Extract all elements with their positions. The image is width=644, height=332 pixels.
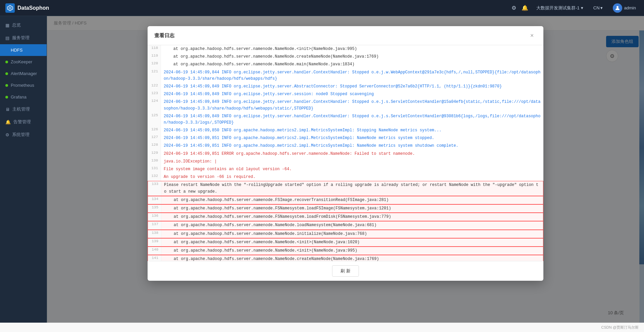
- log-line-content: at org.apache.hadoop.hdfs.server.namenod…: [161, 247, 543, 255]
- log-row: 1242024-06-19 14:45:09,849 INFO org.ecli…: [148, 98, 543, 112]
- sidebar-item-prometheus[interactable]: Prometheus: [0, 79, 47, 91]
- app-name: DataSophon: [17, 5, 49, 11]
- sidebar-item-label: 主机管理: [12, 106, 30, 112]
- sidebar-item-label: AlertManager: [11, 71, 37, 76]
- log-line-number: 130: [148, 158, 161, 165]
- sidebar-item-alertmanager[interactable]: AlertManager: [0, 68, 47, 79]
- svg-point-2: [616, 6, 619, 8]
- log-row: 137 at org.apache.hadoop.hdfs.server.nam…: [148, 221, 543, 229]
- log-line-content: 2024-06-19 14:45:09,849 INFO org.eclipse…: [161, 83, 543, 90]
- user-menu[interactable]: admin: [610, 2, 639, 14]
- log-line-content: An upgrade to version -66 is required.: [161, 173, 543, 181]
- log-line-content: at org.apache.hadoop.hdfs.server.namenod…: [161, 205, 543, 212]
- log-row: 119 at org.apache.hadoop.hdfs.server.nam…: [148, 53, 543, 61]
- log-row: 118 at org.apache.hadoop.hdfs.server.nam…: [148, 45, 543, 53]
- log-row: 138 at org.apache.hadoop.hdfs.server.nam…: [148, 230, 543, 238]
- log-line-number: 133: [148, 181, 161, 195]
- log-row: 139 at org.apache.hadoop.hdfs.server.nam…: [148, 238, 543, 247]
- log-row: 1292024-06-19 14:45:09,851 ERROR org.apa…: [148, 150, 543, 158]
- lang-dropdown-icon: ▾: [600, 5, 603, 10]
- sidebar-item-label: Prometheus: [11, 83, 34, 88]
- content-area: 服务管理 / HDFS 添加角色组 ⚙ 10 条/页 查看日志 ×: [47, 16, 644, 323]
- log-line-number: 131: [148, 165, 161, 173]
- sidebar-item-overview[interactable]: ▦ 总览: [0, 19, 47, 31]
- sidebar-item-grafana[interactable]: Grafana: [0, 91, 47, 103]
- log-line-number: 120: [148, 61, 161, 68]
- sidebar-item-label: 系统管理: [12, 132, 30, 138]
- bell-icon[interactable]: 🔔: [522, 5, 528, 11]
- svg-marker-1: [8, 6, 12, 10]
- log-line-content: java.io.IOException: |: [161, 158, 543, 165]
- grafana-status-dot: [5, 96, 8, 98]
- log-row: 1282024-06-19 14:45:09,851 INFO org.apac…: [148, 142, 543, 150]
- modal-overlay: 查看日志 × 118 at org.apache.hadoop.hdfs.ser…: [47, 16, 644, 323]
- sidebar-item-hdfs[interactable]: HDFS: [0, 44, 47, 56]
- modal-close-button[interactable]: ×: [527, 31, 537, 40]
- log-line-number: 138: [148, 230, 161, 238]
- log-line-content: at org.apache.hadoop.hdfs.server.namenod…: [161, 196, 543, 204]
- modal-body[interactable]: 118 at org.apache.hadoop.hdfs.server.nam…: [148, 45, 543, 261]
- prom-status-dot: [5, 84, 8, 87]
- footer-text: CSDN @贾斯汀马尔斯: [601, 325, 639, 330]
- log-container: 118 at org.apache.hadoop.hdfs.server.nam…: [148, 45, 543, 261]
- sidebar-item-sys-mgmt[interactable]: ⚙ 系统管理: [0, 128, 47, 141]
- settings-icon[interactable]: ⚙: [512, 5, 516, 11]
- log-line-content: at org.apache.hadoop.hdfs.server.namenod…: [161, 45, 543, 53]
- header-right: ⚙ 🔔 大数据开发测试集群-1 ▾ CN ▾ admin: [512, 2, 639, 14]
- log-line-number: 135: [148, 205, 161, 212]
- logo: DataSophon: [5, 3, 49, 13]
- sidebar-item-label: 总览: [12, 22, 21, 28]
- log-row: 1272024-06-19 14:45:09,851 INFO org.apac…: [148, 134, 543, 142]
- log-row: 136 at org.apache.hadoop.hdfs.server.nam…: [148, 213, 543, 221]
- cluster-name-text: 大数据开发测试集群-1: [536, 5, 580, 11]
- log-line-number: 121: [148, 69, 161, 83]
- sidebar-item-label: 告警管理: [13, 119, 31, 125]
- sys-icon: ⚙: [5, 132, 9, 137]
- log-line-content: at org.apache.hadoop.hdfs.server.namenod…: [161, 53, 543, 61]
- log-line-number: 122: [148, 83, 161, 90]
- sidebar-item-label: 服务管理: [12, 35, 30, 41]
- log-line-number: 132: [148, 173, 161, 181]
- log-line-number: 140: [148, 247, 161, 255]
- log-row: 120 at org.apache.hadoop.hdfs.server.nam…: [148, 61, 543, 68]
- modal-title: 查看日志: [154, 32, 174, 39]
- log-line-content: at org.apache.hadoop.hdfs.server.namenod…: [161, 221, 543, 229]
- log-modal: 查看日志 × 118 at org.apache.hadoop.hdfs.ser…: [148, 26, 543, 281]
- log-line-number: 126: [148, 127, 161, 134]
- refresh-button[interactable]: 刷 新: [332, 265, 359, 277]
- sidebar-item-service-mgmt[interactable]: ▤ 服务管理: [0, 31, 47, 44]
- host-icon: 🖥: [5, 107, 10, 112]
- service-icon: ▤: [5, 36, 9, 41]
- log-line-content: 2024-06-19 14:45:09,851 ERROR org.apache…: [161, 150, 543, 158]
- language-switch[interactable]: CN ▾: [591, 4, 605, 12]
- log-row: 131File system image contains an old lay…: [148, 165, 543, 173]
- log-line-content: 2024-06-19 14:45:09,851 INFO org.apache.…: [161, 134, 543, 142]
- sidebar-item-zookeeper[interactable]: ZooKeeper: [0, 56, 47, 68]
- am-status-dot: [5, 72, 8, 75]
- sidebar: ▦ 总览 ▤ 服务管理 HDFS ZooKeeper AlertManager …: [0, 16, 47, 323]
- log-line-number: 134: [148, 196, 161, 204]
- log-line-number: 125: [148, 113, 161, 127]
- log-row: 1262024-06-19 14:45:09,850 INFO org.apac…: [148, 127, 543, 134]
- main-layout: ▦ 总览 ▤ 服务管理 HDFS ZooKeeper AlertManager …: [0, 16, 644, 323]
- cluster-selector[interactable]: 大数据开发测试集群-1 ▾: [534, 4, 586, 12]
- log-line-content: 2024-06-19 14:45:09,850 INFO org.apache.…: [161, 127, 543, 134]
- log-line-number: 139: [148, 239, 161, 246]
- modal-footer: 刷 新: [148, 261, 543, 281]
- username: admin: [624, 5, 636, 10]
- log-line-number: 119: [148, 53, 161, 61]
- sidebar-item-host-mgmt[interactable]: 🖥 主机管理: [0, 103, 47, 116]
- log-line-number: 128: [148, 142, 161, 150]
- log-line-number: 123: [148, 90, 161, 98]
- log-row: 1222024-06-19 14:45:09,849 INFO org.ecli…: [148, 83, 543, 90]
- log-line-content: at org.apache.hadoop.hdfs.server.namenod…: [161, 213, 543, 221]
- log-row: 135 at org.apache.hadoop.hdfs.server.nam…: [148, 204, 543, 213]
- top-header: DataSophon ⚙ 🔔 大数据开发测试集群-1 ▾ CN ▾ admin: [0, 0, 644, 16]
- sidebar-item-alert-mgmt[interactable]: 🔔 告警管理: [0, 116, 47, 128]
- log-line-number: 137: [148, 221, 161, 229]
- log-line-content: Please restart NameNode with the "-rolli…: [161, 181, 543, 195]
- sidebar-item-label: HDFS: [11, 48, 22, 53]
- alert-icon: 🔔: [5, 120, 11, 125]
- log-row: 133Please restart NameNode with the "-ro…: [148, 181, 543, 196]
- log-line-content: at org.apache.hadoop.hdfs.server.namenod…: [161, 239, 543, 246]
